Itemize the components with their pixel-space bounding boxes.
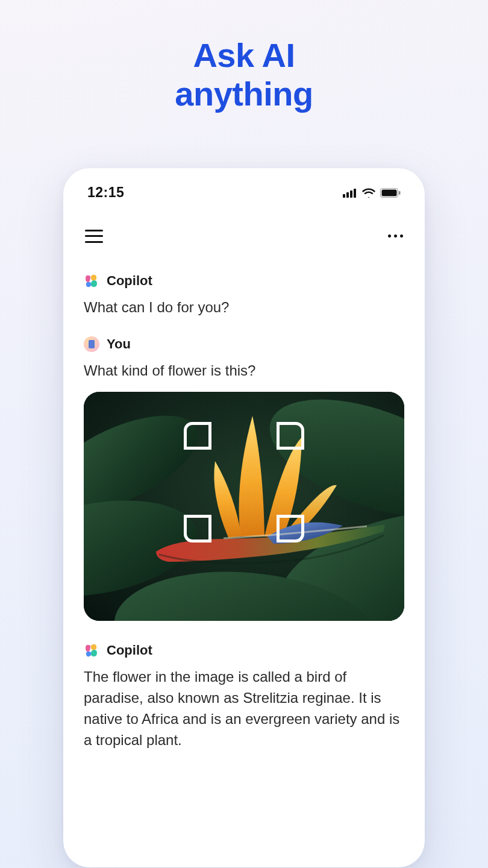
svg-rect-0 (343, 194, 345, 198)
more-icon (388, 234, 391, 237)
headline: Ask AI anything (175, 36, 313, 114)
battery-icon (380, 188, 401, 198)
copilot-logo-icon (84, 643, 99, 658)
svg-rect-2 (350, 190, 352, 198)
app-top-bar (84, 227, 404, 245)
phone-mockup: 12:15 (63, 168, 425, 867)
message-text: The flower in the image is called a bird… (84, 667, 404, 750)
svg-rect-3 (354, 189, 356, 198)
promo-page: Ask AI anything 12:15 (0, 0, 488, 868)
message-text: What kind of flower is this? (84, 360, 404, 382)
message-header: You (84, 336, 404, 352)
headline-line2: anything (175, 75, 313, 113)
headline-line1: Ask AI (175, 36, 313, 75)
sender-name: Copilot (107, 643, 152, 658)
user-avatar-icon (84, 336, 99, 352)
chat-thread: Copilot What can I do for you? You What … (84, 273, 404, 751)
message-header: Copilot (84, 273, 404, 289)
svg-rect-5 (382, 189, 397, 196)
message-header: Copilot (84, 643, 404, 658)
sender-name: Copilot (107, 273, 152, 289)
image-attachment[interactable] (84, 392, 404, 621)
cellular-signal-icon (343, 188, 357, 198)
menu-button[interactable] (85, 230, 103, 243)
message-you: You What kind of flower is this? (84, 336, 404, 621)
copilot-logo-icon (84, 273, 99, 289)
sender-name: You (107, 336, 131, 352)
status-time: 12:15 (87, 184, 124, 201)
wifi-icon (362, 188, 375, 198)
svg-rect-1 (346, 192, 349, 198)
message-copilot: Copilot The flower in the image is calle… (84, 643, 404, 750)
status-bar: 12:15 (84, 185, 404, 201)
hamburger-icon (85, 230, 103, 231)
status-icons (343, 188, 401, 198)
message-text: What can I do for you? (84, 297, 404, 318)
svg-rect-6 (399, 191, 401, 195)
message-copilot: Copilot What can I do for you? (84, 273, 404, 318)
more-options-button[interactable] (388, 234, 403, 237)
